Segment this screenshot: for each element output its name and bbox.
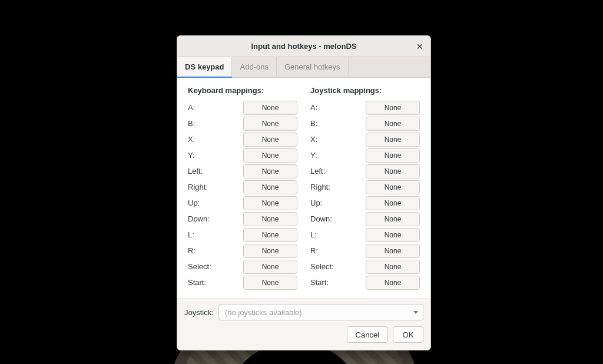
mapping-row: L:None bbox=[188, 227, 297, 243]
key-label: Up: bbox=[188, 198, 200, 207]
key-label: R: bbox=[188, 246, 196, 255]
kb-map-y-button[interactable]: None bbox=[243, 148, 297, 163]
mapping-row: Start:None bbox=[188, 274, 297, 290]
kb-map-right-button[interactable]: None bbox=[243, 180, 297, 194]
cancel-button[interactable]: Cancel bbox=[347, 326, 388, 343]
joy-map-x-button[interactable]: None bbox=[366, 133, 420, 147]
kb-map-start-button[interactable]: None bbox=[243, 276, 297, 290]
joy-map-right-button[interactable]: None bbox=[366, 180, 420, 194]
joystick-mappings-column: Joystick mappings: A:None B:None X:None … bbox=[310, 84, 420, 290]
mapping-row: Down:None bbox=[188, 211, 297, 227]
mapping-row: B:None bbox=[188, 115, 297, 131]
input-hotkeys-dialog: Input and hotkeys - melonDS ✕ DS keypad … bbox=[177, 35, 431, 350]
joystick-combobox[interactable]: (no joysticks available) bbox=[218, 304, 423, 320]
mapping-row: Right:None bbox=[188, 179, 297, 195]
key-label: Y: bbox=[310, 151, 317, 160]
joy-map-down-button[interactable]: None bbox=[366, 212, 420, 226]
mapping-row: R:None bbox=[188, 243, 297, 259]
joystick-selected-value: (no joysticks available) bbox=[225, 308, 302, 317]
keyboard-mappings-heading: Keyboard mappings: bbox=[188, 86, 297, 95]
key-label: Right: bbox=[188, 183, 208, 191]
mapping-row: Left:None bbox=[188, 163, 297, 179]
joy-map-l-button[interactable]: None bbox=[366, 228, 420, 242]
key-label: Right: bbox=[310, 183, 330, 191]
window-title: Input and hotkeys - melonDS bbox=[251, 42, 356, 51]
mapping-row: Y:None bbox=[310, 147, 420, 163]
key-label: Down: bbox=[188, 214, 210, 223]
mapping-row: Left:None bbox=[310, 163, 420, 179]
mapping-row: Up:None bbox=[188, 195, 297, 211]
mapping-row: L:None bbox=[310, 227, 420, 243]
mapping-row: X:None bbox=[310, 131, 420, 147]
chevron-down-icon bbox=[413, 311, 418, 314]
key-label: B: bbox=[310, 119, 317, 128]
key-label: L: bbox=[310, 230, 317, 239]
mapping-row: Up:None bbox=[310, 195, 420, 211]
key-label: Select: bbox=[310, 262, 334, 271]
key-label: Y: bbox=[188, 151, 195, 160]
tab-ds-keypad[interactable]: DS keypad bbox=[177, 57, 232, 78]
mapping-row: Select:None bbox=[188, 259, 297, 274]
key-label: Start: bbox=[310, 278, 329, 287]
key-label: Down: bbox=[310, 214, 332, 223]
key-label: Up: bbox=[310, 198, 322, 207]
joy-map-b-button[interactable]: None bbox=[366, 117, 420, 131]
titlebar: Input and hotkeys - melonDS ✕ bbox=[177, 36, 430, 57]
key-label: B: bbox=[188, 119, 195, 128]
key-label: Select: bbox=[188, 262, 211, 271]
mapping-row: X:None bbox=[188, 131, 297, 147]
joy-map-start-button[interactable]: None bbox=[366, 276, 420, 290]
joystick-label: Joystick: bbox=[184, 308, 214, 317]
mapping-row: Right:None bbox=[310, 179, 420, 195]
key-label: R: bbox=[310, 246, 318, 255]
key-label: X: bbox=[310, 135, 317, 144]
mapping-row: Select:None bbox=[310, 259, 420, 274]
key-label: X: bbox=[188, 135, 195, 144]
kb-map-up-button[interactable]: None bbox=[243, 196, 297, 210]
dialog-footer: Joystick: (no joysticks available) Cance… bbox=[177, 299, 430, 350]
key-label: A: bbox=[310, 103, 317, 112]
mapping-row: B:None bbox=[310, 115, 420, 131]
tab-bar: DS keypad Add-ons General hotkeys bbox=[177, 57, 430, 78]
kb-map-b-button[interactable]: None bbox=[243, 117, 297, 131]
kb-map-r-button[interactable]: None bbox=[243, 244, 297, 258]
kb-map-l-button[interactable]: None bbox=[243, 228, 297, 242]
mapping-row: Down:None bbox=[310, 211, 420, 227]
kb-map-a-button[interactable]: None bbox=[243, 101, 297, 115]
tab-general-hotkeys[interactable]: General hotkeys bbox=[277, 57, 349, 77]
mapping-row: A:None bbox=[310, 100, 420, 115]
dialog-button-row: Cancel OK bbox=[184, 326, 423, 343]
kb-map-left-button[interactable]: None bbox=[243, 164, 297, 178]
key-label: L: bbox=[188, 230, 194, 239]
mapping-row: Start:None bbox=[310, 274, 420, 290]
joy-map-a-button[interactable]: None bbox=[366, 101, 420, 115]
mapping-row: R:None bbox=[310, 243, 420, 259]
joystick-select-row: Joystick: (no joysticks available) bbox=[184, 304, 423, 320]
joy-map-r-button[interactable]: None bbox=[366, 244, 420, 258]
kb-map-x-button[interactable]: None bbox=[243, 133, 297, 147]
close-icon[interactable]: ✕ bbox=[413, 39, 427, 54]
mapping-row: A:None bbox=[188, 100, 297, 115]
mapping-row: Y:None bbox=[188, 147, 297, 163]
joy-map-up-button[interactable]: None bbox=[366, 196, 420, 210]
tab-add-ons[interactable]: Add-ons bbox=[232, 57, 276, 77]
mappings-panel: Keyboard mappings: A:None B:None X:None … bbox=[177, 78, 430, 299]
key-label: A: bbox=[188, 103, 195, 112]
keyboard-mappings-column: Keyboard mappings: A:None B:None X:None … bbox=[188, 84, 297, 290]
joy-map-select-button[interactable]: None bbox=[366, 260, 420, 274]
key-label: Left: bbox=[188, 167, 203, 176]
joy-map-left-button[interactable]: None bbox=[366, 164, 420, 178]
joy-map-y-button[interactable]: None bbox=[366, 148, 420, 163]
ok-button[interactable]: OK bbox=[393, 326, 423, 343]
kb-map-select-button[interactable]: None bbox=[243, 260, 297, 274]
key-label: Start: bbox=[188, 278, 206, 287]
joystick-mappings-heading: Joystick mappings: bbox=[310, 86, 420, 95]
key-label: Left: bbox=[310, 167, 325, 176]
kb-map-down-button[interactable]: None bbox=[243, 212, 297, 226]
